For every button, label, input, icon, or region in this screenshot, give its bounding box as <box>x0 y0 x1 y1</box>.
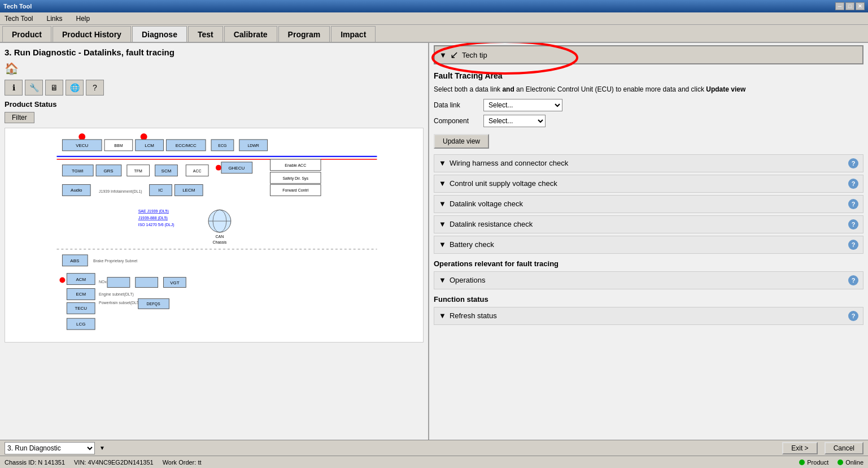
collapsible-datalink-voltage[interactable]: ▼ Datalink voltage check ? <box>434 195 863 213</box>
svg-point-0 <box>78 133 85 140</box>
svg-text:LECM: LECM <box>182 188 195 193</box>
refresh-status-label: Refresh status <box>450 311 497 320</box>
collapsible-operations[interactable]: ▼ Operations ? <box>434 271 863 289</box>
svg-text:BBM: BBM <box>114 144 123 148</box>
question-button[interactable]: ? <box>86 80 104 96</box>
tech-tip-bar[interactable]: ▼ ↙ Tech tip <box>434 45 863 64</box>
tab-program[interactable]: Program <box>278 26 330 42</box>
svg-text:TECU: TECU <box>75 306 87 311</box>
svg-text:VGT: VGT <box>170 280 179 285</box>
work-order: Work Order: tt <box>163 459 202 466</box>
dropdown-arrow-icon: ▼ <box>99 445 105 451</box>
chevron-down-icon-7: ▼ <box>439 311 446 320</box>
svg-text:Powertrain subset(DL5): Powertrain subset(DL5) <box>99 301 140 305</box>
collapsible-refresh-status[interactable]: ▼ Refresh status ? <box>434 307 863 325</box>
tech-tip-arrow: ▼ <box>439 51 447 59</box>
chevron-down-icon-3: ▼ <box>439 200 446 208</box>
component-select[interactable]: Select... <box>483 115 546 127</box>
svg-text:LCM: LCM <box>145 143 154 148</box>
tab-calibrate[interactable]: Calibrate <box>224 26 277 42</box>
operations-title: Operations relevant for fault tracing <box>434 259 863 268</box>
tab-test[interactable]: Test <box>188 26 223 42</box>
svg-text:Forward Contrl: Forward Contrl <box>282 188 308 192</box>
status-bar: Chassis ID: N 141351 VIN: 4V4NC9EG2DN141… <box>0 456 868 468</box>
step-dropdown[interactable]: 3. Run Diagnostic <box>5 442 95 454</box>
tab-product-history[interactable]: Product History <box>53 26 131 42</box>
datalink-voltage-label: Datalink voltage check <box>450 200 523 208</box>
svg-text:SCM: SCM <box>162 168 172 174</box>
wiring-label: Wiring harness and connector check <box>450 159 568 167</box>
svg-text:Safety Dir. Sys: Safety Dir. Sys <box>282 176 308 181</box>
menu-techtool[interactable]: Tech Tool <box>2 14 35 24</box>
component-label: Component <box>434 117 479 125</box>
help-icon-voltage[interactable]: ? <box>848 199 858 209</box>
fault-tracing-title: Fault Tracing Area <box>434 71 863 80</box>
vin: VIN: 4V4NC9EG2DN141351 <box>74 459 154 466</box>
restore-button[interactable]: □ <box>845 2 854 10</box>
svg-text:LDWR: LDWR <box>247 144 259 148</box>
update-view-button[interactable]: Update view <box>434 134 489 149</box>
tab-product[interactable]: Product <box>2 26 51 42</box>
chevron-down-icon: ▼ <box>439 159 446 167</box>
menu-links[interactable]: Links <box>44 14 64 24</box>
monitor-button[interactable]: 🖥 <box>45 80 63 96</box>
operations-label: Operations <box>450 276 486 284</box>
product-status-item: Product <box>799 459 828 466</box>
help-icon-refresh[interactable]: ? <box>848 311 858 321</box>
tab-diagnose[interactable]: Diagnose <box>132 26 187 42</box>
collapsible-datalink-resistance[interactable]: ▼ Datalink resistance check ? <box>434 215 863 233</box>
toolbar: ℹ 🔧 🖥 🌐 ? <box>5 80 424 96</box>
filter-button[interactable]: Filter <box>5 112 34 123</box>
collapsible-battery[interactable]: ▼ Battery check ? <box>434 236 863 254</box>
home-icon[interactable]: 🏠 <box>5 62 19 75</box>
svg-text:ABS: ABS <box>70 258 79 263</box>
svg-text:IC: IC <box>159 188 163 193</box>
product-status-dot <box>799 460 805 465</box>
help-icon-wiring[interactable]: ? <box>848 158 858 168</box>
svg-text:DEFQS: DEFQS <box>147 302 160 306</box>
minimize-button[interactable]: ─ <box>835 2 844 10</box>
svg-text:J1939 Infotainment(DL1): J1939 Infotainment(DL1) <box>99 189 142 194</box>
wrench-button[interactable]: 🔧 <box>25 80 43 96</box>
svg-text:ECM: ECM <box>76 292 86 297</box>
svg-text:Brake Proprietary Subnet: Brake Proprietary Subnet <box>93 259 137 263</box>
svg-text:TFM: TFM <box>134 169 142 173</box>
tab-impact[interactable]: Impact <box>331 26 376 42</box>
page-title: 3. Run Diagnostic - Datalinks, fault tra… <box>5 47 424 57</box>
data-link-select[interactable]: Select... <box>483 99 562 111</box>
svg-text:GRS: GRS <box>103 168 113 174</box>
help-icon-operations[interactable]: ? <box>848 275 858 285</box>
menu-help[interactable]: Help <box>74 14 93 24</box>
info-button[interactable]: ℹ <box>5 80 23 96</box>
svg-text:ECG: ECG <box>218 144 226 148</box>
svg-text:ACC: ACC <box>193 169 202 173</box>
online-status-label: Online <box>845 459 863 466</box>
help-icon-control[interactable]: ? <box>848 179 858 189</box>
chevron-down-icon-6: ▼ <box>439 276 446 284</box>
collapsible-wiring[interactable]: ▼ Wiring harness and connector check ? <box>434 154 863 172</box>
svg-text:TGWI: TGWI <box>72 168 84 174</box>
right-panel: ▼ ↙ Tech tip Fault Tracing Area Select b… <box>429 43 868 440</box>
main-content: 3. Run Diagnostic - Datalinks, fault tra… <box>0 43 868 440</box>
svg-text:J1939-888 (DL5): J1939-888 (DL5) <box>138 216 168 220</box>
collapsible-control-unit[interactable]: ▼ Control unit supply voltage check ? <box>434 175 863 193</box>
chevron-down-icon-2: ▼ <box>439 179 446 188</box>
exit-button[interactable]: Exit > <box>782 442 817 454</box>
control-unit-label: Control unit supply voltage check <box>450 179 557 188</box>
help-icon-battery[interactable]: ? <box>848 240 858 250</box>
svg-text:SAE J1939 (DL5): SAE J1939 (DL5) <box>138 209 169 214</box>
cancel-button[interactable]: Cancel <box>825 442 863 454</box>
close-button[interactable]: ✕ <box>856 2 865 10</box>
data-link-label: Data link <box>434 101 479 109</box>
tech-tip-cursor: ↙ <box>450 49 459 61</box>
function-status-title: Function status <box>434 295 863 304</box>
title-bar-text: Tech Tool <box>3 3 835 10</box>
chevron-down-icon-4: ▼ <box>439 220 446 228</box>
svg-text:ISO 14270 5/6 (DLJ): ISO 14270 5/6 (DLJ) <box>138 223 175 227</box>
component-row: Component Select... <box>434 115 863 127</box>
svg-text:ECC/MCC: ECC/MCC <box>176 143 197 148</box>
globe-button[interactable]: 🌐 <box>66 80 84 96</box>
menu-bar: Tech Tool Links Help <box>0 12 868 25</box>
nav-tabs: Product Product History Diagnose Test Ca… <box>0 25 868 43</box>
help-icon-resistance[interactable]: ? <box>848 219 858 229</box>
